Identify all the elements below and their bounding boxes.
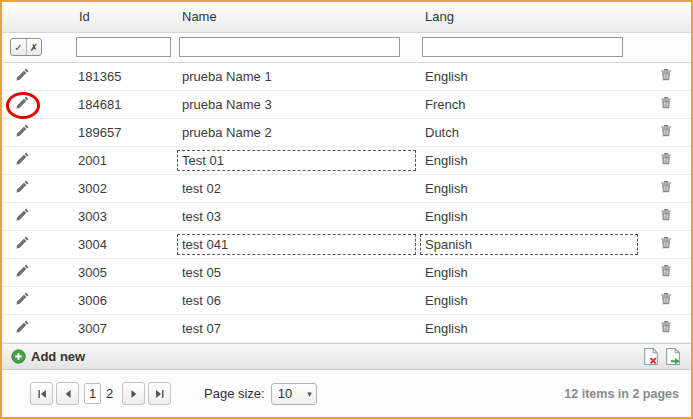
edit-icon[interactable] bbox=[14, 95, 30, 111]
edit-icon[interactable] bbox=[14, 67, 30, 83]
filter-name-cell bbox=[175, 32, 418, 62]
cell-name[interactable]: prueba Name 1 bbox=[175, 62, 418, 90]
edit-icon[interactable] bbox=[14, 151, 30, 167]
cell-lang[interactable]: Spanish bbox=[418, 230, 640, 258]
delete-icon[interactable] bbox=[658, 207, 674, 223]
header-row: Id Name Lang bbox=[2, 2, 691, 32]
page-size-label: Page size: bbox=[204, 386, 265, 401]
name-filter-input[interactable] bbox=[179, 37, 400, 57]
table-row[interactable]: 3006 test 06 English bbox=[2, 286, 691, 314]
cell-lang[interactable]: English bbox=[418, 314, 640, 342]
table-row[interactable]: 3004 test 041 Spanish bbox=[2, 230, 691, 258]
cell-lang[interactable]: English bbox=[418, 202, 640, 230]
cell-name[interactable]: prueba Name 2 bbox=[175, 118, 418, 146]
prev-page-button[interactable] bbox=[56, 382, 79, 405]
filter-button-group: ✓ ✗ bbox=[10, 38, 42, 56]
delete-cell bbox=[640, 202, 691, 230]
data-grid: Id Name Lang ✓ ✗ bbox=[0, 0, 693, 419]
cell-lang[interactable]: English bbox=[418, 146, 640, 174]
cell-name[interactable]: test 05 bbox=[175, 258, 418, 286]
cell-id[interactable]: 2001 bbox=[72, 146, 175, 174]
delete-icon[interactable] bbox=[658, 263, 674, 279]
cell-id[interactable]: 184681 bbox=[72, 90, 175, 118]
cell-id[interactable]: 3005 bbox=[72, 258, 175, 286]
edit-icon[interactable] bbox=[14, 319, 30, 335]
delete-icon[interactable] bbox=[658, 235, 674, 251]
table-row[interactable]: 181365 prueba Name 1 English bbox=[2, 62, 691, 90]
table-row[interactable]: 2001 Test 01 English bbox=[2, 146, 691, 174]
table-row[interactable]: 3005 test 05 English bbox=[2, 258, 691, 286]
first-page-button[interactable] bbox=[30, 382, 53, 405]
cell-lang[interactable]: English bbox=[418, 286, 640, 314]
delete-cell bbox=[640, 174, 691, 202]
edit-icon[interactable] bbox=[14, 263, 30, 279]
edit-cell bbox=[2, 202, 72, 230]
cell-name[interactable]: test 02 bbox=[175, 174, 418, 202]
cell-lang[interactable]: English bbox=[418, 62, 640, 90]
cell-lang[interactable]: Dutch bbox=[418, 118, 640, 146]
delete-cell bbox=[640, 286, 691, 314]
header-lang[interactable]: Lang bbox=[418, 2, 640, 32]
page-size-select[interactable]: 10 ▾ bbox=[271, 383, 317, 405]
last-page-button[interactable] bbox=[148, 382, 171, 405]
header-edit-column bbox=[2, 2, 72, 32]
delete-icon[interactable] bbox=[658, 179, 674, 195]
edit-cell bbox=[2, 230, 72, 258]
header-name[interactable]: Name bbox=[175, 2, 418, 32]
cell-name[interactable]: test 07 bbox=[175, 314, 418, 342]
filter-apply-icon[interactable]: ✓ bbox=[11, 39, 26, 55]
next-page-button[interactable] bbox=[122, 382, 145, 405]
edit-cell bbox=[2, 286, 72, 314]
add-new-button[interactable]: Add new bbox=[10, 348, 85, 364]
delete-icon[interactable] bbox=[658, 319, 674, 335]
edit-icon[interactable] bbox=[14, 235, 30, 251]
cell-id[interactable]: 3004 bbox=[72, 230, 175, 258]
filter-lang-cell bbox=[418, 32, 640, 62]
edit-icon[interactable] bbox=[14, 179, 30, 195]
delete-icon[interactable] bbox=[658, 291, 674, 307]
table-row[interactable]: 189657 prueba Name 2 Dutch bbox=[2, 118, 691, 146]
edit-cell bbox=[2, 62, 72, 90]
cell-id[interactable]: 3007 bbox=[72, 314, 175, 342]
cell-lang[interactable]: English bbox=[418, 174, 640, 202]
page-size-group: Page size: 10 ▾ bbox=[204, 383, 317, 405]
edit-icon[interactable] bbox=[14, 207, 30, 223]
table-row[interactable]: 3007 test 07 English bbox=[2, 314, 691, 342]
cell-lang[interactable]: English bbox=[418, 258, 640, 286]
filter-clear-icon[interactable]: ✗ bbox=[26, 39, 41, 55]
export-copy-icon[interactable] bbox=[661, 345, 683, 367]
lang-filter-input[interactable] bbox=[422, 37, 623, 57]
cell-name[interactable]: test 03 bbox=[175, 202, 418, 230]
cell-id[interactable]: 181365 bbox=[72, 62, 175, 90]
filter-id-cell bbox=[72, 32, 175, 62]
delete-icon[interactable] bbox=[658, 151, 674, 167]
export-delete-icon[interactable] bbox=[639, 345, 661, 367]
delete-cell bbox=[640, 146, 691, 174]
table-row[interactable]: 3003 test 03 English bbox=[2, 202, 691, 230]
edit-cell bbox=[2, 146, 72, 174]
header-id[interactable]: Id bbox=[72, 2, 175, 32]
cell-id[interactable]: 3002 bbox=[72, 174, 175, 202]
page-number-2[interactable]: 2 bbox=[101, 383, 118, 404]
id-filter-input[interactable] bbox=[76, 37, 171, 57]
cell-name[interactable]: prueba Name 3 bbox=[175, 90, 418, 118]
page-number-1[interactable]: 1 bbox=[84, 383, 101, 404]
delete-cell bbox=[640, 314, 691, 342]
edit-cell bbox=[2, 258, 72, 286]
delete-icon[interactable] bbox=[658, 95, 674, 111]
cell-id[interactable]: 3003 bbox=[72, 202, 175, 230]
grid-table: Id Name Lang ✓ ✗ bbox=[2, 2, 691, 343]
command-bar: Add new bbox=[2, 343, 691, 370]
cell-name[interactable]: test 041 bbox=[175, 230, 418, 258]
cell-name[interactable]: test 06 bbox=[175, 286, 418, 314]
table-row[interactable]: 184681 prueba Name 3 French bbox=[2, 90, 691, 118]
table-row[interactable]: 3002 test 02 English bbox=[2, 174, 691, 202]
delete-icon[interactable] bbox=[658, 67, 674, 83]
edit-icon[interactable] bbox=[14, 123, 30, 139]
delete-icon[interactable] bbox=[658, 123, 674, 139]
cell-name[interactable]: Test 01 bbox=[175, 146, 418, 174]
cell-id[interactable]: 3006 bbox=[72, 286, 175, 314]
cell-lang[interactable]: French bbox=[418, 90, 640, 118]
edit-icon[interactable] bbox=[14, 291, 30, 307]
cell-id[interactable]: 189657 bbox=[72, 118, 175, 146]
